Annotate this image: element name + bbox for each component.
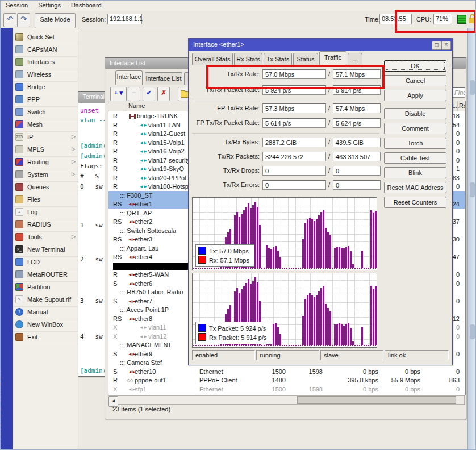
- sidebar-item-bridge[interactable]: Bridge: [13, 81, 78, 94]
- sidebar-item-label: New Terminal: [27, 246, 65, 253]
- status-bar: 23 items (1 selected): [112, 406, 170, 413]
- vlan-icon: ◄►: [139, 166, 147, 172]
- interface-name: ether8: [135, 315, 152, 322]
- dialog-tab-status[interactable]: Status: [293, 53, 318, 65]
- remove-button[interactable]: −: [128, 87, 140, 101]
- sidebar-item-routing[interactable]: Routing▷: [13, 156, 78, 169]
- maximize-icon[interactable]: □: [432, 41, 441, 50]
- ok-button[interactable]: OK: [384, 60, 446, 72]
- sidebar-item-ip[interactable]: 255IP▷: [13, 131, 78, 144]
- rx-packet-cell: 0: [439, 368, 460, 375]
- reset-mac-address-button[interactable]: Reset MAC Address: [384, 182, 446, 193]
- sidebar-item-make-supout-rif[interactable]: ✎Make Supout.rif: [13, 294, 78, 307]
- sidebar-item-log[interactable]: ≡Log: [13, 206, 78, 219]
- close-icon[interactable]: ×: [441, 41, 451, 50]
- reset-counters-button[interactable]: Reset Counters: [384, 197, 446, 208]
- flag-cell: S: [113, 280, 117, 287]
- dialog-tab-traffic[interactable]: Traffic: [319, 51, 346, 65]
- dialog-tab--[interactable]: ...: [348, 53, 362, 65]
- apply-button[interactable]: Apply: [384, 90, 446, 101]
- safe-mode-button[interactable]: Safe Mode: [35, 13, 76, 28]
- dialog-tab-rx-stats[interactable]: Rx Stats: [234, 53, 262, 65]
- graph-bar: [311, 295, 313, 345]
- undo-button[interactable]: ↶: [3, 13, 16, 27]
- sidebar-item-ppp[interactable]: PPP: [13, 94, 78, 107]
- enable-button[interactable]: ✔: [143, 87, 155, 101]
- table-row[interactable]: S◄►ether100Ethernet150015980 bps0 bps: [108, 368, 465, 376]
- sidebar-item-mpls[interactable]: MPLS▷: [13, 144, 78, 157]
- legend-label: Rx Packet: 5 914 p/s: [209, 334, 267, 341]
- cancel-button[interactable]: Cancel: [384, 75, 446, 86]
- sidebar-item-new-winbox[interactable]: New WinBox: [13, 319, 78, 332]
- dialog-tab-tx-stats[interactable]: Tx Stats: [264, 53, 292, 65]
- sidebar-item-manual[interactable]: ?Manual: [13, 306, 78, 319]
- graph-bar: [345, 247, 347, 268]
- table-row[interactable]: R◇◇pppoe-out1863PPPoE Client1480395.8 kb…: [108, 376, 465, 385]
- queues-icon: [15, 183, 23, 191]
- interface-name: vlan100-Hotspot: [148, 183, 194, 190]
- highlight-cpu: [395, 10, 476, 33]
- blink-button[interactable]: Blink: [384, 167, 446, 178]
- sidebar-item-wireless[interactable]: Wireless: [13, 69, 78, 82]
- menu-settings[interactable]: Settings: [33, 1, 66, 11]
- flag-cell: X: [113, 333, 117, 340]
- comment-button[interactable]: Comment: [384, 123, 446, 134]
- torch-button[interactable]: Torch: [384, 138, 446, 149]
- sidebar-item-tools[interactable]: Tools▷: [13, 231, 78, 244]
- terminal-line: 4 sw: [80, 333, 103, 340]
- menu-dashboard[interactable]: Dashboard: [66, 1, 107, 11]
- sidebar-item-metarouter[interactable]: MetaROUTER: [13, 269, 78, 282]
- sidebar-item-label: Wireless: [27, 71, 51, 78]
- tab-interface-list[interactable]: Interface List: [145, 72, 182, 85]
- sidebar-item-radius[interactable]: RADIUS: [13, 219, 78, 232]
- graph-bar: [323, 210, 324, 268]
- vlan-icon: ◄►: [139, 334, 147, 339]
- graph-bar: [327, 308, 329, 345]
- sidebar-item-label: PPP: [27, 96, 40, 103]
- sidebar-item-new-terminal[interactable]: >_New Terminal: [13, 244, 78, 257]
- stat-slash: /: [328, 139, 330, 145]
- sidebar-item-system[interactable]: System▷: [13, 169, 78, 182]
- sidebar-item-exit[interactable]: Exit: [13, 331, 78, 344]
- table-row[interactable]: X◄►sfp10Ethernet150015980 bps0 bps: [108, 385, 465, 394]
- mdi-vertical-scrollbar[interactable]: [467, 28, 476, 450]
- add-interface-button[interactable]: + ▾: [110, 87, 127, 101]
- disable-button[interactable]: Disable: [384, 108, 446, 119]
- interface-name: ether4: [135, 253, 152, 260]
- stat-label: FP Tx/Rx Rate:: [192, 105, 260, 111]
- packet-graph: Tx Packet: 5 924 p/sRx Packet: 5 914 p/s: [192, 273, 377, 348]
- sidebar-item-label: Partition: [27, 284, 50, 290]
- stat-tx-value: 0: [262, 166, 326, 176]
- interface-name: ether9: [135, 351, 152, 357]
- scrollbar-thumb[interactable]: [297, 396, 456, 404]
- sidebar-item-lcd[interactable]: LCD: [13, 256, 78, 269]
- tab-interface[interactable]: Interface: [115, 70, 143, 85]
- cable-test-button[interactable]: Cable Test: [384, 152, 446, 164]
- dialog-titlebar[interactable]: Interface <ether1> □ ×: [189, 39, 452, 51]
- vlan-icon: ◄►: [139, 158, 147, 163]
- sidebar-item-interfaces[interactable]: Interfaces: [13, 56, 78, 69]
- stat-tx-value: 57.3 Mbps: [262, 103, 326, 113]
- bridge-port-icon: [129, 114, 136, 119]
- sidebar-item-switch[interactable]: Switch: [13, 106, 78, 119]
- sidebar-item-files[interactable]: Files: [13, 194, 78, 207]
- sidebar-item-mesh[interactable]: Mesh: [13, 119, 78, 132]
- session-input[interactable]: 192.168.1.1: [107, 14, 142, 24]
- graph-bar: [279, 334, 281, 345]
- graph-bar: [350, 251, 352, 268]
- type-cell: Ethernet: [199, 368, 250, 375]
- disable-button[interactable]: ✗: [157, 87, 170, 101]
- sidebar-item-label: Make Supout.rif: [27, 296, 71, 303]
- menu-session[interactable]: Session: [1, 1, 33, 11]
- session-label: Session:: [82, 16, 106, 23]
- terminal-line: # S: [80, 173, 99, 180]
- dialog-tab-overall-stats[interactable]: Overall Stats: [192, 53, 233, 65]
- sidebar-item-partition[interactable]: Partition: [13, 281, 78, 294]
- sidebar-item-queues[interactable]: Queues: [13, 181, 78, 194]
- interface-name: ether7: [135, 298, 152, 305]
- find-input[interactable]: Find: [452, 88, 465, 98]
- horizontal-scrollbar[interactable]: ◄: [108, 395, 465, 405]
- sidebar-item-quick-set[interactable]: Quick Set: [13, 31, 78, 44]
- sidebar-item-capsman[interactable]: CAPsMAN: [13, 44, 78, 57]
- redo-button[interactable]: ↷: [17, 13, 30, 27]
